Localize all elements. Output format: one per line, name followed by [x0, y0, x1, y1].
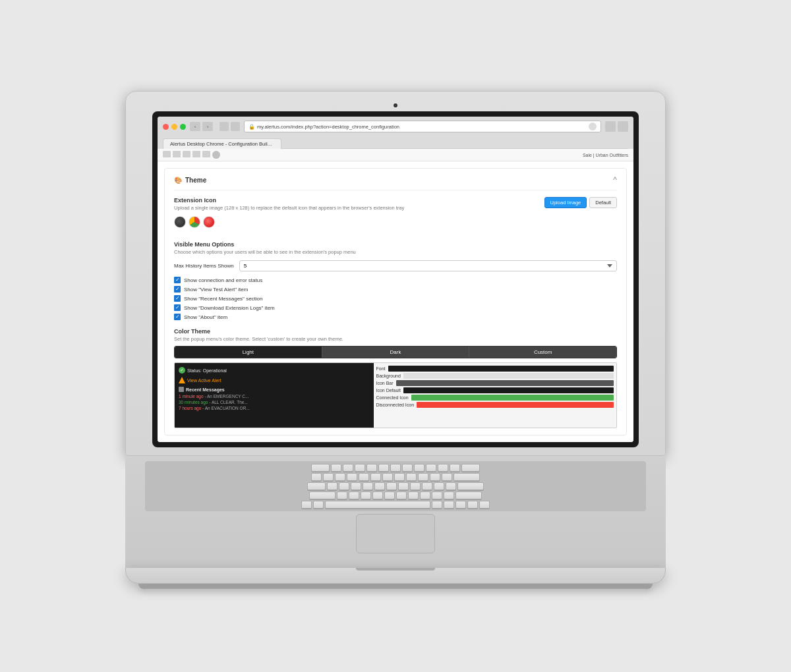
key-comma[interactable]: [420, 491, 430, 499]
bookmark-label[interactable]: Sale | Urban Outfitters: [583, 153, 628, 157]
alert-text: View Active Alert: [187, 378, 221, 383]
key-x[interactable]: [349, 491, 359, 499]
key-w[interactable]: [335, 473, 345, 481]
key-i[interactable]: [406, 473, 417, 481]
color-swatch-font[interactable]: [388, 366, 614, 372]
maximize-window-button[interactable]: [180, 124, 186, 130]
forward-button[interactable]: ›: [202, 122, 213, 131]
color-rows: Font Background Icon Bar: [376, 366, 614, 408]
bookmark-icon-2[interactable]: [173, 151, 181, 157]
theme-tab-custom[interactable]: Custom: [469, 347, 616, 358]
key-g[interactable]: [374, 482, 385, 490]
key-f7[interactable]: [402, 464, 413, 472]
key-k[interactable]: [410, 482, 421, 490]
theme-tab-dark[interactable]: Dark: [322, 347, 470, 358]
key-o[interactable]: [418, 473, 428, 481]
key-f1[interactable]: [331, 464, 341, 472]
extensions-button[interactable]: [231, 122, 240, 131]
key-f[interactable]: [363, 482, 373, 490]
color-swatch-connected[interactable]: [411, 395, 614, 401]
key-f8[interactable]: [414, 464, 425, 472]
checkbox-2[interactable]: ✓: [174, 286, 181, 293]
close-window-button[interactable]: [163, 124, 169, 130]
key-y[interactable]: [382, 473, 393, 481]
key-bracket[interactable]: [442, 473, 452, 481]
active-tab[interactable]: Alertus Desktop Chrome - Configuration B…: [163, 138, 281, 149]
reload-icon[interactable]: [589, 123, 597, 130]
settings-button[interactable]: [618, 121, 628, 132]
key-ctrl[interactable]: [301, 501, 312, 509]
key-f11[interactable]: [450, 464, 460, 472]
key-alt-r[interactable]: [432, 501, 442, 509]
key-caps[interactable]: [307, 482, 326, 490]
key-semi[interactable]: [434, 482, 444, 490]
upload-image-button[interactable]: Upload Image: [544, 197, 587, 208]
key-backspace[interactable]: [461, 464, 480, 472]
key-left[interactable]: [455, 501, 466, 509]
key-n[interactable]: [396, 491, 407, 499]
key-space[interactable]: [325, 501, 430, 509]
key-j[interactable]: [398, 482, 409, 490]
key-enter2[interactable]: [457, 482, 484, 490]
collapse-button[interactable]: ^: [613, 175, 617, 184]
extension-icon-title: Extension Icon: [174, 197, 404, 204]
key-tab[interactable]: [311, 473, 322, 481]
color-swatch-disconnected[interactable]: [417, 402, 614, 408]
key-f5[interactable]: [378, 464, 389, 472]
key-period[interactable]: [432, 491, 442, 499]
history-select[interactable]: 5 10 15 20: [239, 260, 617, 271]
profile-button[interactable]: [605, 121, 616, 132]
key-r[interactable]: [359, 473, 369, 481]
key-ctrl-r[interactable]: [444, 501, 454, 509]
minimize-window-button[interactable]: [171, 124, 177, 130]
bookmark-icon-1[interactable]: [163, 151, 171, 157]
extension-icon-1[interactable]: [212, 151, 220, 159]
key-quote[interactable]: [446, 482, 456, 490]
key-q[interactable]: [323, 473, 334, 481]
checkbox-3[interactable]: ✓: [174, 295, 181, 302]
key-d[interactable]: [351, 482, 361, 490]
key-shift-l[interactable]: [309, 491, 336, 499]
color-swatch-icondefault[interactable]: [403, 387, 614, 393]
key-up[interactable]: [467, 501, 478, 509]
bookmark-icon-5[interactable]: [202, 151, 210, 157]
key-f3[interactable]: [355, 464, 365, 472]
key-e[interactable]: [347, 473, 357, 481]
key-enter[interactable]: [454, 473, 480, 481]
back-button[interactable]: ‹: [190, 122, 200, 131]
key-v[interactable]: [372, 491, 383, 499]
view-button[interactable]: [220, 122, 229, 131]
key-m[interactable]: [408, 491, 419, 499]
key-b[interactable]: [384, 491, 395, 499]
key-alt[interactable]: [313, 501, 324, 509]
address-bar[interactable]: 🔒 my.alertus.com/index.php?action=deskto…: [244, 121, 601, 132]
key-p[interactable]: [430, 473, 440, 481]
key-t[interactable]: [370, 473, 381, 481]
key-right[interactable]: [479, 501, 490, 509]
bookmark-icon-4[interactable]: [192, 151, 200, 157]
key-a[interactable]: [327, 482, 337, 490]
checkbox-1[interactable]: ✓: [174, 277, 181, 283]
key-slash[interactable]: [444, 491, 454, 499]
key-f2[interactable]: [343, 464, 353, 472]
default-button[interactable]: Default: [589, 197, 617, 208]
checkbox-5[interactable]: ✓: [174, 314, 181, 320]
color-swatch-background[interactable]: [403, 373, 614, 379]
color-swatch-iconbar[interactable]: [396, 380, 614, 386]
key-s[interactable]: [339, 482, 349, 490]
key-shift-r[interactable]: [455, 491, 482, 499]
key-l[interactable]: [422, 482, 432, 490]
key-h[interactable]: [386, 482, 397, 490]
key-f6[interactable]: [390, 464, 401, 472]
key-esc[interactable]: [311, 464, 330, 472]
key-c[interactable]: [361, 491, 371, 499]
key-f10[interactable]: [438, 464, 448, 472]
key-z[interactable]: [337, 491, 347, 499]
theme-tab-light[interactable]: Light: [175, 347, 322, 358]
trackpad[interactable]: [356, 514, 435, 553]
checkbox-4[interactable]: ✓: [174, 304, 181, 311]
key-f4[interactable]: [366, 464, 377, 472]
key-u[interactable]: [394, 473, 405, 481]
bookmark-icon-3[interactable]: [183, 151, 190, 157]
key-f9[interactable]: [426, 464, 436, 472]
